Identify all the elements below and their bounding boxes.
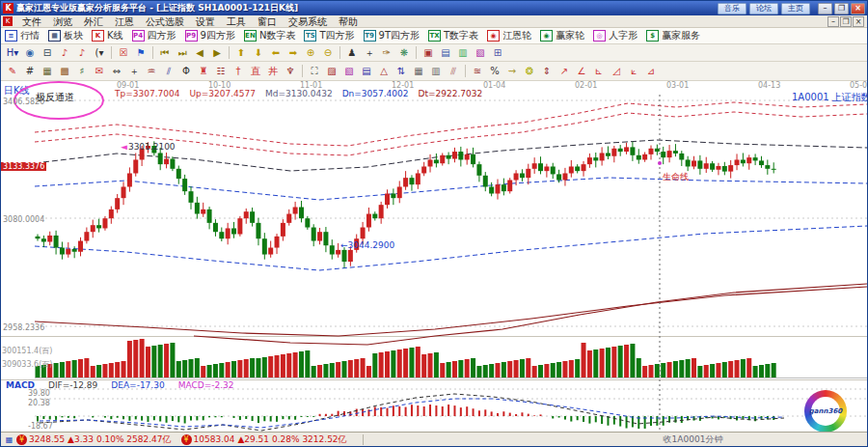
child-close-button[interactable]: ×: [853, 16, 864, 27]
tool2-icon-18[interactable]: ➡: [285, 45, 301, 60]
menu-item-9[interactable]: 帮助: [333, 15, 364, 28]
tool3-icon-12[interactable]: ☷: [213, 64, 229, 78]
toolbar-item-1[interactable]: ▦板块: [48, 29, 83, 42]
tool2-icon-24[interactable]: ✑: [379, 45, 394, 60]
tool2-icon-5[interactable]: (▾: [92, 45, 107, 60]
tool3-icon-30[interactable]: ⇝: [504, 64, 520, 78]
toolbar-item-11[interactable]: ◎人字形: [593, 29, 637, 42]
tool2-icon-19[interactable]: ⊕: [303, 45, 318, 60]
tool3-icon-35[interactable]: ⊾: [591, 64, 607, 78]
menu-item-4[interactable]: 公式选股: [140, 15, 190, 28]
toolbar-item-9[interactable]: ◉江恩轮: [487, 29, 531, 42]
menu-item-0[interactable]: 文件: [16, 15, 47, 28]
tool3-icon-23[interactable]: ⇅: [393, 64, 409, 78]
tool3-icon-37[interactable]: ⟀: [626, 64, 641, 78]
chart-area[interactable]: 日K线 极反通道 Tp=3307.7004Up=3207.4577Md=3130…: [1, 81, 868, 433]
tool3-icon-25[interactable]: ▥: [428, 64, 444, 78]
toolbar-item-7[interactable]: T99T四方形: [364, 29, 420, 42]
toolbar-item-4[interactable]: P99四方形: [185, 29, 235, 42]
toolbar-item-0[interactable]: ≡行情: [5, 29, 40, 42]
tool2-icon-2[interactable]: ⊟: [40, 45, 55, 60]
tool2-icon-31[interactable]: ⊞: [490, 45, 505, 60]
tool3-icon-32[interactable]: ⇕: [539, 64, 555, 78]
child-minimize-button[interactable]: –: [827, 16, 839, 27]
tool3-icon-16[interactable]: ♆: [283, 64, 298, 78]
tool2-icon-30[interactable]: ▧: [473, 45, 488, 60]
toolbar-item-8[interactable]: TXT数字表: [428, 29, 478, 42]
toolbar-item-2[interactable]: KK线: [92, 29, 123, 42]
tool2-icon-3[interactable]: ♪: [57, 45, 72, 60]
tool3-icon-29[interactable]: %: [487, 64, 502, 78]
tool3-icon-34[interactable]: ∠: [574, 64, 589, 78]
tool3-icon-1[interactable]: #: [22, 64, 38, 78]
tool3-icon-2[interactable]: ▦: [40, 64, 55, 78]
tool2-icon-4[interactable]: ♪: [74, 45, 90, 60]
titlebar-button-forum[interactable]: 论坛: [749, 3, 778, 14]
tool2-icon-15[interactable]: ⬆: [233, 45, 249, 60]
tool3-icon-22[interactable]: △: [376, 64, 392, 78]
tool3-icon-6[interactable]: ⇔: [109, 64, 124, 78]
tool3-icon-4[interactable]: ♯: [74, 64, 90, 78]
tool3-icon-28[interactable]: ≊: [470, 64, 485, 78]
tool2-icon-16[interactable]: ⬇: [251, 45, 266, 60]
toolbar-item-3[interactable]: P4四方形: [132, 29, 176, 42]
tool3-icon-5[interactable]: ✉: [92, 64, 107, 78]
tool3-icon-38[interactable]: ⊿: [643, 64, 659, 78]
sz-market-icon[interactable]: ¥: [181, 434, 192, 445]
tool3-icon-20[interactable]: ▧: [341, 64, 357, 78]
tool2-icon-7[interactable]: ☒: [116, 45, 131, 60]
tool3-icon-19[interactable]: ▨: [324, 64, 339, 78]
tool2-icon-12[interactable]: ◀: [192, 45, 207, 60]
tool2-icon-23[interactable]: ＋: [362, 45, 377, 60]
titlebar-button-music[interactable]: 音乐: [718, 3, 746, 14]
tool3-icon-18[interactable]: ⛶: [307, 64, 322, 78]
tool2-icon-29[interactable]: ▥: [455, 45, 471, 60]
tool3-icon-14[interactable]: 直: [248, 64, 263, 78]
tool3-icon-21[interactable]: ▤: [359, 64, 374, 78]
tool3-icon-15[interactable]: 丼: [265, 64, 281, 78]
menu-item-6[interactable]: 工具: [221, 15, 252, 28]
tool3-icon-11[interactable]: ♜: [196, 64, 211, 78]
tool2-icon-20[interactable]: ⊖: [320, 45, 336, 60]
tool2-icon-28[interactable]: ▤: [438, 45, 453, 60]
tool2-icon-13[interactable]: ▶: [209, 45, 225, 60]
tool2-icon-0[interactable]: H▾: [5, 45, 20, 60]
toolbar-item-12[interactable]: $赢家服务: [646, 29, 700, 42]
tool2-icon-8[interactable]: ⚑: [133, 45, 149, 60]
tool3-icon-26[interactable]: ⫻: [446, 64, 461, 78]
menu-item-1[interactable]: 浏览: [47, 15, 78, 28]
tool2-icon-17[interactable]: ⬅: [268, 45, 284, 60]
tool3-icon-13[interactable]: †: [231, 64, 246, 78]
market-grid-icon[interactable]: ▦: [4, 434, 14, 445]
tool3-icon-0[interactable]: ✎: [5, 64, 20, 78]
close-button[interactable]: ×: [851, 3, 865, 14]
menu-item-5[interactable]: 设置: [190, 15, 221, 28]
tool2-icon-27[interactable]: ▣: [420, 45, 436, 60]
tool3-icon-33[interactable]: ↗: [556, 64, 572, 78]
menu-item-7[interactable]: 窗口: [252, 15, 283, 28]
menu-item-2[interactable]: 外汇: [78, 15, 109, 28]
tool3-icon-24[interactable]: ▦: [411, 64, 426, 78]
tool3-icon-36[interactable]: ◿: [609, 64, 624, 78]
tool2-icon-10[interactable]: ⏮: [157, 45, 173, 60]
tool3-icon-3[interactable]: ▩: [57, 64, 72, 78]
toolbar-item-10[interactable]: ◉赢家轮: [540, 29, 584, 42]
minimize-button[interactable]: –: [818, 3, 832, 14]
menu-item-3[interactable]: 江恩: [109, 15, 140, 28]
tool3-icon-9[interactable]: ⫽: [161, 64, 176, 78]
tool2-icon-1[interactable]: ◉: [22, 45, 38, 60]
tool3-icon-31[interactable]: ❂: [522, 64, 537, 78]
toolbar-item-5[interactable]: ENN数字表: [244, 29, 295, 42]
tool2-icon-11[interactable]: ⏭: [175, 45, 190, 60]
tool3-icon-7[interactable]: ＋: [126, 64, 142, 78]
tool3-icon-8[interactable]: ♒: [144, 64, 159, 78]
maximize-button[interactable]: ❐: [834, 3, 849, 14]
tool3-icon-10[interactable]: Φ: [178, 64, 194, 78]
tool2-icon-25[interactable]: ❋: [396, 45, 412, 60]
titlebar-button-home[interactable]: 主页: [781, 3, 810, 14]
child-restore-button[interactable]: ❐: [840, 16, 852, 27]
sh-market-icon[interactable]: ¥: [16, 434, 27, 445]
tool2-icon-22[interactable]: ♟: [344, 45, 360, 60]
toolbar-item-6[interactable]: TST四方形: [304, 29, 354, 42]
menu-item-8[interactable]: 交易系统: [283, 15, 333, 28]
